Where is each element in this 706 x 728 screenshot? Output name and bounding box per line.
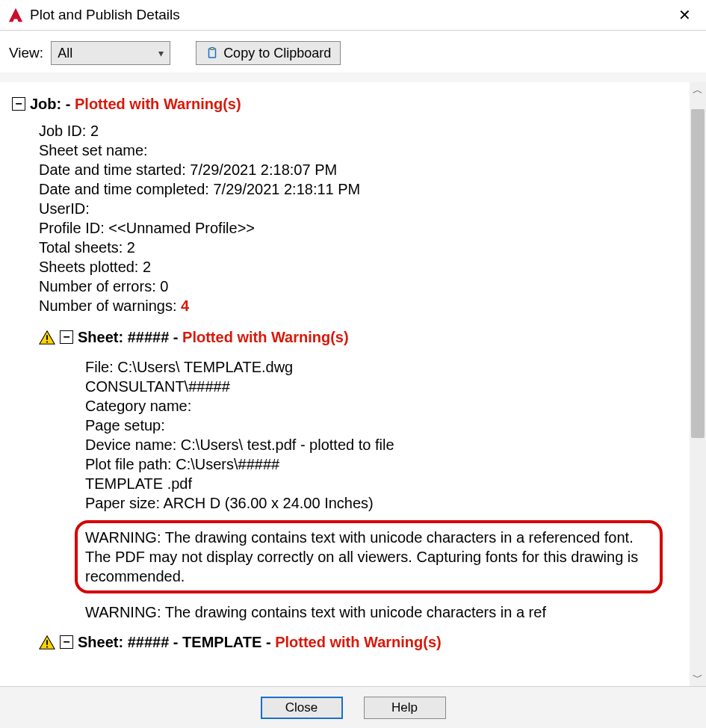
collapse-toggle-sheet1[interactable]: − xyxy=(60,330,73,344)
sheet1-line: Device name: C:\Users\ test.pdf - plotte… xyxy=(85,435,678,454)
scroll-down-icon[interactable]: ﹀ xyxy=(690,670,706,686)
titlebar: Plot and Publish Details ✕ xyxy=(0,0,706,31)
job-line: Total sheets: 2 xyxy=(39,238,678,257)
warning-icon xyxy=(39,330,55,346)
svg-rect-3 xyxy=(46,342,48,343)
collapse-toggle-sheet2[interactable]: − xyxy=(60,635,73,649)
job-line: Sheet set name: xyxy=(39,141,678,160)
job-line: Sheets plotted: 2 xyxy=(39,257,678,277)
svg-rect-2 xyxy=(46,335,48,339)
content-area: − Job: - Plotted with Warning(s) Job ID:… xyxy=(0,82,706,686)
close-icon[interactable]: ✕ xyxy=(672,4,697,25)
sheet1-line: TEMPLATE .pdf xyxy=(85,474,678,493)
view-select[interactable]: All ▾ xyxy=(51,41,170,65)
vertical-scrollbar[interactable]: ︿ ﹀ xyxy=(690,82,706,686)
close-button[interactable]: Close xyxy=(261,697,343,719)
job-warnings-line: Number of warnings: 4 xyxy=(39,296,678,315)
sheet1-warning-truncated: WARNING: The drawing contains text with … xyxy=(85,602,678,622)
footer: Close Help xyxy=(0,686,706,728)
job-details: Job ID: 2 Sheet set name: Date and time … xyxy=(39,121,678,315)
svg-rect-5 xyxy=(46,647,48,648)
warning-highlight: WARNING: The drawing contains text with … xyxy=(75,520,663,593)
view-label: View: xyxy=(9,45,43,61)
sheet1-line: Category name: xyxy=(85,396,678,416)
sheet1-line: File: C:\Users\ TEMPLATE.dwg xyxy=(85,357,678,377)
sheet1-details: File: C:\Users\ TEMPLATE.dwg CONSULTANT\… xyxy=(85,357,678,622)
copy-button-label: Copy to Clipboard xyxy=(223,46,331,61)
sheet1-line: Plot file path: C:\Users\##### xyxy=(85,454,678,474)
svg-rect-1 xyxy=(211,48,214,50)
job-line: UserID: xyxy=(39,199,678,218)
job-line: Number of errors: 0 xyxy=(39,277,678,296)
window-title: Plot and Publish Details xyxy=(30,7,180,23)
sheet1-line: Page setup: xyxy=(85,416,678,435)
job-line: Date and time started: 7/29/2021 2:18:07… xyxy=(39,160,678,179)
view-select-value: All xyxy=(58,46,72,61)
chevron-down-icon: ▾ xyxy=(158,47,164,59)
help-button[interactable]: Help xyxy=(364,697,446,719)
clipboard-icon xyxy=(205,46,219,60)
collapse-toggle-job[interactable]: − xyxy=(12,97,25,111)
sheet2-header: Sheet: ##### - TEMPLATE - Plotted with W… xyxy=(78,632,442,652)
job-line: Date and time completed: 7/29/2021 2:18:… xyxy=(39,179,678,199)
sheet1-line: Paper size: ARCH D (36.00 x 24.00 Inches… xyxy=(85,493,678,513)
scroll-up-icon[interactable]: ︿ xyxy=(690,82,706,99)
sheet1-header: Sheet: ##### - Plotted with Warning(s) xyxy=(78,327,349,347)
job-line: Profile ID: <<Unnamed Profile>> xyxy=(39,218,678,238)
scroll-thumb[interactable] xyxy=(691,109,705,438)
toolbar: View: All ▾ Copy to Clipboard xyxy=(0,31,706,73)
job-line: Job ID: 2 xyxy=(39,121,678,141)
job-header: Job: - Plotted with Warning(s) xyxy=(30,94,241,114)
report-body: − Job: - Plotted with Warning(s) Job ID:… xyxy=(0,82,690,686)
copy-to-clipboard-button[interactable]: Copy to Clipboard xyxy=(196,41,341,65)
warning-icon xyxy=(39,635,55,651)
sheet1-line: CONSULTANT\##### xyxy=(85,377,678,396)
svg-rect-4 xyxy=(46,640,48,644)
app-icon xyxy=(7,7,24,23)
